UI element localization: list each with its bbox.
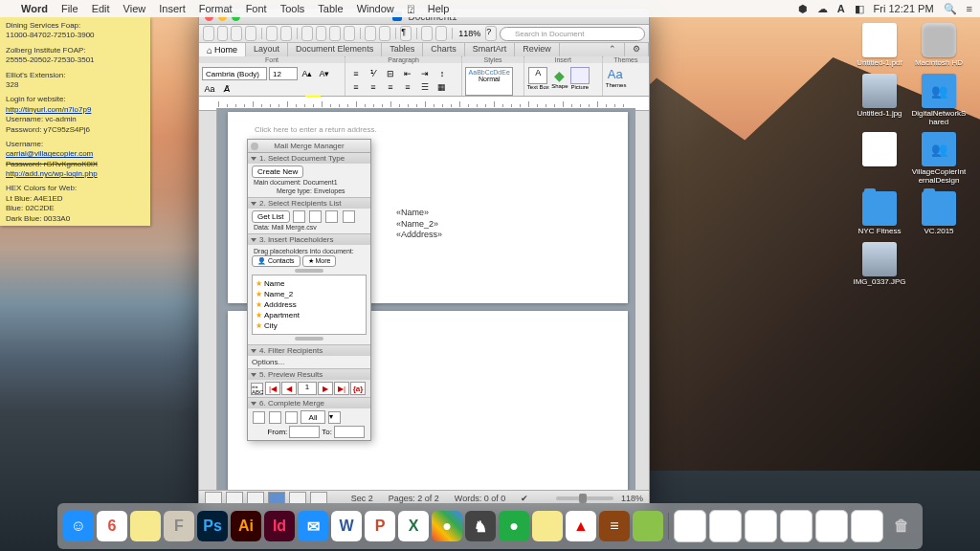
notifications-icon[interactable]: ≡ bbox=[967, 3, 972, 14]
justify[interactable]: ≡ bbox=[400, 80, 415, 94]
first-button[interactable]: |◀ bbox=[265, 382, 280, 395]
style-normal[interactable]: AaBbCcDdEe Normal bbox=[465, 67, 513, 96]
create-new-button[interactable]: Create New bbox=[252, 165, 303, 178]
section-5-header[interactable]: 5. Preview Results bbox=[248, 369, 370, 380]
options-link[interactable]: Options... bbox=[252, 358, 284, 366]
recipient-icon[interactable] bbox=[343, 210, 355, 223]
spotlight-icon[interactable]: 🔍 bbox=[944, 3, 957, 15]
drag-handle[interactable] bbox=[295, 337, 323, 341]
desktop-icon[interactable]: 👥DigitalNetworkShared bbox=[911, 74, 967, 127]
next-button[interactable]: ▶ bbox=[318, 382, 333, 395]
shape-icon[interactable]: ◆ bbox=[551, 68, 568, 83]
menu-table[interactable]: Table bbox=[318, 3, 343, 14]
dock-photoshop[interactable]: Ps bbox=[197, 511, 228, 541]
dock-calendar[interactable]: 6 bbox=[97, 511, 127, 541]
section-1-header[interactable]: 1. Select Document Type bbox=[248, 153, 370, 164]
app-name[interactable]: Word bbox=[21, 3, 48, 14]
all-select[interactable]: All bbox=[301, 410, 325, 424]
dock-stickies[interactable] bbox=[532, 511, 563, 541]
tb-btn[interactable] bbox=[435, 26, 447, 41]
redo-icon[interactable] bbox=[245, 26, 256, 41]
dock-app3[interactable] bbox=[633, 511, 663, 541]
desktop-icon[interactable] bbox=[852, 132, 907, 168]
dock-indesign[interactable]: Id bbox=[264, 511, 295, 541]
menu-insert[interactable]: Insert bbox=[159, 3, 186, 14]
align-left[interactable]: ≡ bbox=[348, 80, 364, 94]
outdent[interactable]: ⇤ bbox=[400, 67, 415, 80]
tab-docelements[interactable]: Document Elements bbox=[288, 43, 382, 56]
print-icon[interactable] bbox=[280, 26, 292, 41]
dock-finder[interactable]: ☺ bbox=[63, 511, 94, 541]
mail-merge-panel[interactable]: Mail Merge Manager 1. Select Document Ty… bbox=[247, 139, 371, 441]
zoom-slider[interactable] bbox=[556, 496, 613, 500]
tb-btn[interactable] bbox=[217, 26, 229, 41]
show-hide-icon[interactable]: ¶ bbox=[400, 26, 412, 41]
clear-format[interactable]: A̸ bbox=[219, 82, 234, 96]
clock[interactable]: Fri 12:21 PM bbox=[874, 3, 934, 14]
get-list-button[interactable]: Get List bbox=[252, 210, 290, 223]
prev-button[interactable]: ◀ bbox=[281, 382, 297, 395]
indent[interactable]: ⇥ bbox=[417, 67, 433, 80]
desktop-icon[interactable]: Untitled-1.jpg bbox=[852, 74, 907, 119]
vertical-ruler[interactable] bbox=[216, 108, 217, 491]
desktop-icon[interactable]: VC.2015 bbox=[911, 191, 967, 236]
size-select[interactable]: 12 bbox=[269, 67, 298, 80]
dock-trash[interactable]: 🗑 bbox=[886, 511, 917, 541]
desktop-icon[interactable]: Macintosh HD bbox=[911, 23, 967, 68]
dock-app1[interactable]: ♞ bbox=[465, 511, 496, 541]
tb-btn[interactable] bbox=[421, 26, 433, 41]
more-tab[interactable]: ★ More bbox=[302, 255, 337, 267]
zoom-value[interactable]: 118% bbox=[457, 29, 482, 38]
merge-email-icon[interactable] bbox=[285, 411, 298, 424]
font-select[interactable]: Cambria (Body) bbox=[202, 67, 267, 80]
dock-books[interactable]: ≡ bbox=[599, 511, 630, 541]
dock-doc5[interactable] bbox=[815, 510, 848, 542]
tb-btn[interactable] bbox=[365, 26, 376, 41]
edit-icon[interactable] bbox=[309, 210, 322, 223]
merge-doc-icon[interactable] bbox=[253, 411, 265, 424]
menu-font[interactable]: Font bbox=[246, 3, 267, 14]
menu-file[interactable]: File bbox=[61, 3, 78, 14]
cloud-icon[interactable]: ☁ bbox=[817, 3, 828, 15]
section-3-header[interactable]: 3. Insert Placeholders bbox=[248, 234, 370, 245]
menu-edit[interactable]: Edit bbox=[92, 3, 110, 14]
numbering[interactable]: ⅟ bbox=[366, 67, 381, 80]
sort[interactable]: ↕ bbox=[434, 67, 450, 80]
dock-doc3[interactable] bbox=[745, 510, 777, 542]
sticky-note[interactable]: Dining Services Foap: 11000-84702-72510-… bbox=[0, 17, 150, 226]
menu-window[interactable]: Window bbox=[357, 3, 394, 14]
panel-title[interactable]: Mail Merge Manager bbox=[248, 140, 370, 153]
merge-field[interactable]: ★Name_2 bbox=[256, 289, 363, 299]
undo-icon[interactable] bbox=[231, 26, 242, 41]
change-case[interactable]: Aa bbox=[202, 82, 217, 96]
close-icon[interactable] bbox=[251, 143, 258, 150]
grow-font[interactable]: A▴ bbox=[300, 67, 315, 80]
dock-chrome[interactable]: ● bbox=[432, 511, 462, 541]
shading[interactable]: ▦ bbox=[434, 80, 450, 94]
record-input[interactable]: 1 bbox=[298, 382, 317, 395]
merge-field[interactable]: ★Apartment bbox=[256, 310, 363, 320]
gear-icon[interactable]: ⚙ bbox=[625, 43, 649, 56]
themes-icon[interactable]: Aa bbox=[606, 67, 625, 82]
tab-review[interactable]: Review bbox=[515, 43, 560, 56]
from-input[interactable] bbox=[289, 426, 320, 438]
list-icon[interactable] bbox=[293, 210, 305, 223]
contacts-tab[interactable]: 👤 Contacts bbox=[252, 255, 301, 267]
flag-icon[interactable]: ◧ bbox=[855, 3, 864, 15]
help-icon[interactable]: ⍰ bbox=[408, 3, 414, 14]
textbox-icon[interactable]: A bbox=[528, 67, 547, 84]
drag-handle[interactable] bbox=[295, 269, 323, 273]
help-icon[interactable]: ? bbox=[485, 26, 497, 41]
dock-font[interactable]: F bbox=[164, 511, 194, 541]
dock-adobe[interactable]: ▲ bbox=[566, 511, 596, 541]
desktop-icon[interactable]: Untitled-1.pdf bbox=[852, 23, 907, 68]
multilevel[interactable]: ⊟ bbox=[383, 67, 398, 80]
dock-powerpoint[interactable]: P bbox=[365, 511, 395, 541]
bullets[interactable]: ≡ bbox=[348, 67, 364, 80]
dock-doc4[interactable] bbox=[780, 510, 813, 542]
tb-btn[interactable] bbox=[379, 26, 390, 41]
menu-format[interactable]: Format bbox=[199, 3, 233, 14]
spell-icon[interactable]: ✔ bbox=[521, 494, 528, 503]
expand-icon[interactable]: ▾ bbox=[328, 411, 341, 424]
brackets-button[interactable]: {a} bbox=[350, 382, 366, 395]
